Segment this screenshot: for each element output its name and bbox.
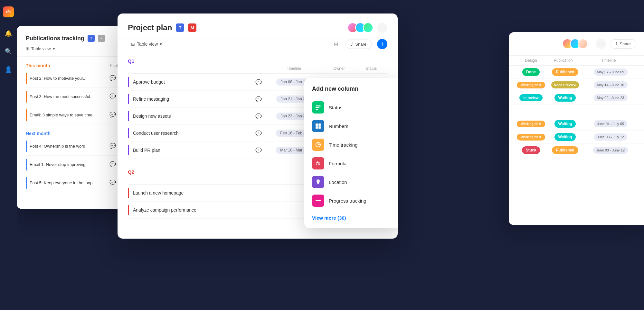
formula-column-option[interactable]: fx Formula [312, 154, 393, 173]
pub-badge-gray: ≡ [98, 35, 105, 42]
table-row: Stuck Published June 03 - June 12 [509, 144, 644, 157]
item-text: Post 3: How the most successful... [30, 94, 107, 100]
list-item: Email: 3 simple ways to save time 💬 [26, 106, 127, 124]
publication-status: Waiting [554, 94, 576, 102]
table-row: In review Waiting May 09 - June 23 [509, 91, 644, 105]
project-avatars: ··· [347, 23, 387, 33]
table-row [509, 105, 644, 117]
publication-status: Published [552, 68, 578, 76]
search-icon[interactable]: 🔍 [3, 46, 14, 57]
timeline-value: May 14 - June 16 [594, 81, 628, 88]
location-icon [312, 176, 324, 188]
more-options-button[interactable]: ··· [377, 23, 387, 33]
add-column-button[interactable]: + [377, 39, 387, 49]
view-more-link[interactable]: View more (36) [312, 215, 393, 221]
item-bar [26, 91, 27, 103]
chat-icon[interactable]: 💬 [109, 179, 117, 187]
msg-col-header [252, 66, 265, 71]
message-icon[interactable]: 💬 [252, 147, 265, 153]
view-label: Table view [137, 41, 158, 47]
profile-icon[interactable]: 👤 [3, 64, 14, 75]
chat-icon[interactable]: 💬 [109, 93, 117, 100]
design-status: In review [519, 94, 542, 101]
item-bar [26, 141, 27, 152]
design-status: Working on it [517, 121, 545, 127]
chat-icon[interactable]: 💬 [109, 161, 117, 168]
progress-tracking-column-option[interactable]: Progress tracking [312, 191, 393, 210]
message-icon[interactable]: 💬 [252, 113, 265, 119]
numbers-column-option[interactable]: Numbers [312, 117, 393, 135]
chat-icon[interactable]: 💬 [109, 112, 117, 119]
project-title: Project plan [128, 23, 172, 32]
list-item: Email 1: Never stop improving 💬 [26, 156, 127, 174]
row-bar [128, 188, 129, 198]
list-item: Post 3: How the most successful... 💬 [26, 88, 127, 106]
status-col-header: Status [355, 66, 387, 71]
svg-point-1 [8, 10, 9, 12]
chat-icon[interactable]: 💬 [109, 143, 117, 150]
row-bar [128, 145, 129, 155]
chevron-down-icon: ▾ [53, 46, 55, 51]
task-name: Analyze campaign performance [133, 207, 317, 213]
row-bar [128, 94, 129, 104]
time-tracking-icon [312, 139, 324, 151]
proj-badge-red: M [188, 23, 196, 32]
right-column-headers: Design Publication Timeline [509, 56, 644, 66]
time-tracking-column-option[interactable]: Time tracking [312, 135, 393, 154]
message-icon[interactable]: 💬 [252, 79, 265, 85]
owner-col-header: Owner [323, 66, 355, 71]
task-name: Conduct user research [133, 131, 252, 136]
chat-icon[interactable]: 💬 [109, 75, 117, 82]
filter-button[interactable]: ⊟ [331, 40, 340, 49]
design-status: Working on it [517, 82, 545, 88]
location-column-option[interactable]: Location [312, 173, 393, 191]
this-month-label: This month [26, 63, 50, 68]
svg-rect-9 [318, 126, 321, 129]
item-text: Email: 3 simple ways to save time [30, 113, 107, 118]
svg-rect-3 [316, 105, 321, 106]
task-col-header [128, 177, 317, 182]
task-name: Approve budget [133, 79, 252, 85]
publication-col-header: Publication [545, 58, 581, 63]
right-panel-header: ··· ⤴ Share [509, 32, 644, 56]
message-icon[interactable]: 💬 [252, 96, 265, 102]
notification-icon[interactable]: 🔔 [3, 28, 14, 39]
table-icon: ⊞ [26, 46, 29, 51]
share-button[interactable]: ⤴ Share [610, 39, 636, 49]
share-label: Share [620, 41, 631, 46]
task-name: Launch a new homepage [133, 190, 317, 196]
add-column-dropdown: Add new column Status Numbers [304, 78, 398, 228]
formula-icon: fx [312, 157, 324, 169]
next-month-label: Next month [26, 131, 127, 136]
time-tracking-label: Time tracking [329, 142, 357, 148]
timeline-value: May 09 - June 23 [594, 94, 628, 101]
pub-view-row[interactable]: ⊞ Table view ▾ [26, 46, 127, 51]
table-view-button[interactable]: ⊞ Table view ▾ [128, 40, 165, 49]
publication-status: Waiting [554, 120, 576, 128]
item-text: Post 2: How to motivate your... [30, 76, 107, 81]
pub-badge-blue: T [88, 35, 95, 42]
timeline-col-header: Timeline [265, 66, 323, 71]
more-options-button[interactable]: ··· [596, 39, 606, 49]
task-name: Build PR plan [133, 148, 252, 153]
status-column-option[interactable]: Status [312, 98, 393, 117]
right-panel-window: ··· ⤴ Share Design Publication Timeline … [509, 32, 644, 225]
design-col-header: Design [516, 58, 545, 63]
share-button[interactable]: ⤴ Share [346, 40, 372, 49]
avatar [578, 39, 588, 49]
row-bar [128, 128, 129, 138]
column-headers: Timeline Owner Status [128, 65, 387, 74]
item-text: Post 5: Keep everyone in the loop [30, 180, 107, 186]
svg-rect-7 [318, 123, 321, 126]
row-bar [128, 205, 129, 215]
table-row: Done Published May 07 - June 09 [509, 66, 644, 79]
message-icon[interactable]: 💬 [252, 130, 265, 136]
project-header: Project plan T M ··· [118, 14, 398, 39]
svg-rect-5 [316, 109, 318, 110]
table-icon: ⊞ [131, 41, 135, 47]
design-status: Working on it [517, 134, 545, 141]
timeline-col-header: Timeline [581, 58, 636, 63]
timeline-value: June 03 - July 12 [594, 133, 627, 141]
numbers-label: Numbers [329, 123, 348, 129]
right-panel-avatars [562, 39, 588, 49]
